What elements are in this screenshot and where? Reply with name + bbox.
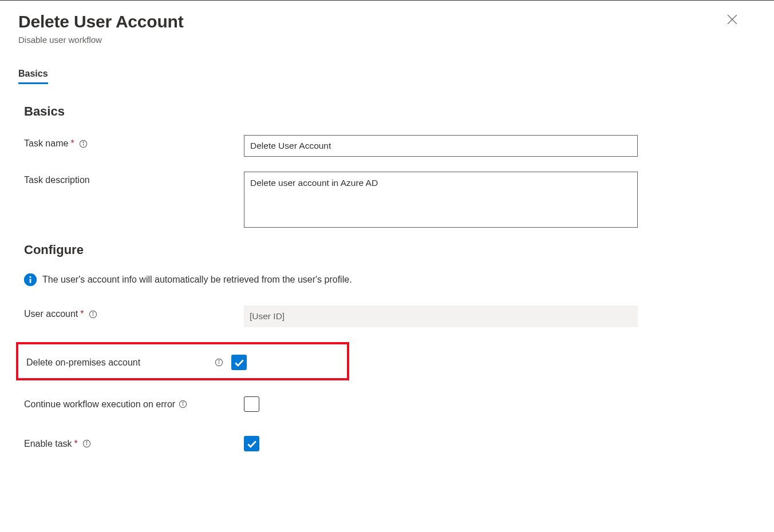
task-description-label: Task description [24, 172, 244, 185]
check-icon [234, 358, 244, 368]
svg-point-13 [219, 360, 219, 361]
task-name-input[interactable] [244, 135, 638, 157]
enable-task-checkbox[interactable] [244, 436, 259, 451]
info-icon[interactable] [79, 140, 88, 148]
continue-on-error-label: Continue workflow execution on error [24, 399, 244, 410]
svg-rect-6 [30, 279, 31, 283]
user-account-readonly: [User ID] [244, 305, 638, 327]
task-description-input[interactable]: Delete user account in Azure AD [244, 172, 638, 228]
info-icon[interactable] [82, 439, 91, 448]
section-configure-heading: Configure [24, 243, 756, 257]
tab-basics[interactable]: Basics [18, 65, 48, 84]
highlight-delete-onprem: Delete on-premises account [16, 342, 349, 380]
section-basics-heading: Basics [24, 104, 756, 119]
page-title: Delete User Account [18, 12, 184, 31]
delete-onprem-checkbox[interactable] [231, 355, 247, 370]
page-subtitle: Disable user workflow [18, 35, 756, 45]
task-name-label: Task name * [24, 135, 244, 149]
continue-on-error-checkbox[interactable] [244, 396, 259, 412]
svg-point-7 [29, 276, 31, 278]
info-message: The user's account info will automatical… [42, 275, 352, 285]
svg-point-4 [83, 142, 84, 142]
svg-point-10 [92, 312, 93, 313]
info-icon[interactable] [215, 358, 223, 367]
svg-point-19 [86, 442, 87, 442]
close-button[interactable] [725, 12, 740, 29]
user-account-label: User account * [24, 305, 244, 319]
info-icon[interactable] [89, 310, 97, 319]
required-marker: * [74, 439, 78, 449]
svg-point-16 [183, 402, 183, 403]
info-badge-icon [24, 273, 37, 286]
enable-task-label: Enable task * [24, 439, 244, 449]
check-icon [247, 439, 257, 449]
delete-onprem-label: Delete on-premises account [26, 358, 231, 368]
required-marker: * [80, 309, 84, 319]
info-icon[interactable] [179, 400, 187, 408]
close-icon [727, 14, 737, 25]
required-marker: * [70, 138, 74, 149]
